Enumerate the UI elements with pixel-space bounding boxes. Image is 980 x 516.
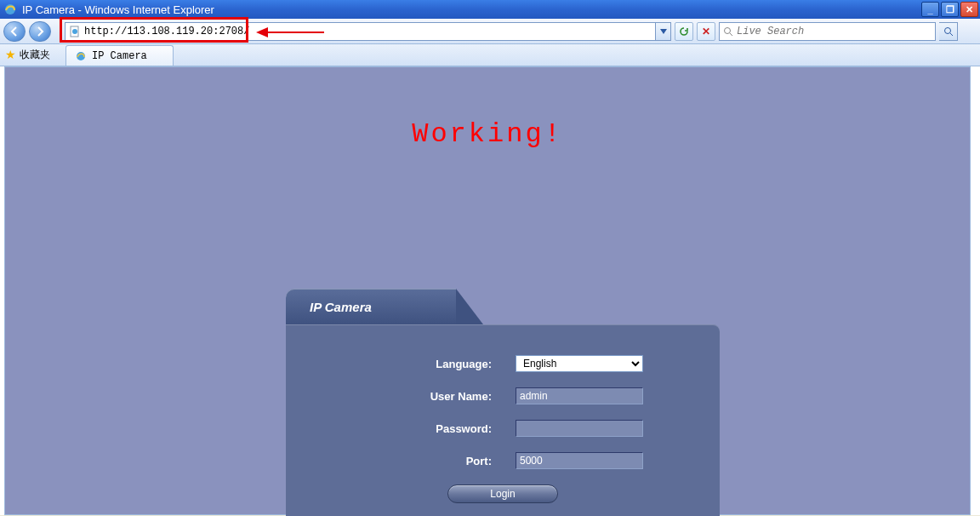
label-language: Language: bbox=[311, 358, 516, 370]
svg-point-2 bbox=[72, 29, 77, 34]
svg-point-4 bbox=[725, 27, 731, 33]
address-dropdown-button[interactable] bbox=[656, 22, 671, 41]
password-input[interactable] bbox=[516, 420, 643, 437]
tab-ip-camera[interactable]: IP Camera bbox=[66, 45, 174, 66]
label-username: User Name: bbox=[311, 390, 516, 403]
address-bar[interactable] bbox=[65, 22, 656, 41]
back-button[interactable] bbox=[3, 21, 26, 42]
star-icon: ★ bbox=[5, 48, 16, 61]
page-icon bbox=[69, 26, 81, 37]
language-select[interactable]: English bbox=[516, 355, 643, 372]
minimize-button[interactable]: _ bbox=[921, 2, 939, 17]
window-title: IP Camera - Windows Internet Explorer bbox=[22, 3, 214, 16]
login-button[interactable]: Login bbox=[447, 484, 558, 503]
forward-button[interactable] bbox=[29, 21, 51, 42]
browser-viewport: Working! IP Camera Language: English Use… bbox=[0, 66, 980, 515]
ie-logo-icon bbox=[3, 3, 17, 16]
url-input[interactable] bbox=[84, 26, 652, 37]
username-input[interactable] bbox=[516, 387, 643, 404]
tab-title: IP Camera bbox=[92, 50, 147, 62]
svg-point-6 bbox=[944, 27, 950, 33]
port-input[interactable] bbox=[516, 452, 643, 469]
banner-text: Working! bbox=[5, 118, 970, 150]
search-box[interactable] bbox=[719, 22, 936, 41]
favorites-label: 收藏夹 bbox=[20, 48, 50, 62]
search-go-button[interactable] bbox=[939, 22, 958, 41]
refresh-button[interactable] bbox=[675, 22, 693, 41]
panel-title: IP Camera bbox=[310, 300, 372, 314]
tabs-toolbar: ★ 收藏夹 IP Camera bbox=[0, 44, 980, 66]
label-password: Password: bbox=[311, 422, 516, 435]
favorites-button[interactable]: ★ 收藏夹 bbox=[5, 43, 50, 66]
window-titlebar: IP Camera - Windows Internet Explorer _ … bbox=[0, 0, 980, 19]
svg-line-5 bbox=[730, 33, 732, 36]
label-port: Port: bbox=[311, 455, 516, 467]
panel-header: IP Camera bbox=[286, 289, 456, 324]
svg-line-7 bbox=[950, 33, 953, 36]
search-input[interactable] bbox=[737, 26, 932, 37]
stop-button[interactable]: ✕ bbox=[697, 22, 715, 41]
maximize-button[interactable]: ❐ bbox=[941, 2, 959, 17]
close-button[interactable]: ✕ bbox=[960, 2, 978, 17]
tab-favicon-icon bbox=[75, 50, 87, 62]
search-icon bbox=[723, 26, 733, 37]
nav-toolbar: ✕ bbox=[0, 19, 980, 44]
login-panel: IP Camera Language: English User Name: P… bbox=[286, 289, 720, 516]
page-body: Working! IP Camera Language: English Use… bbox=[4, 66, 971, 515]
